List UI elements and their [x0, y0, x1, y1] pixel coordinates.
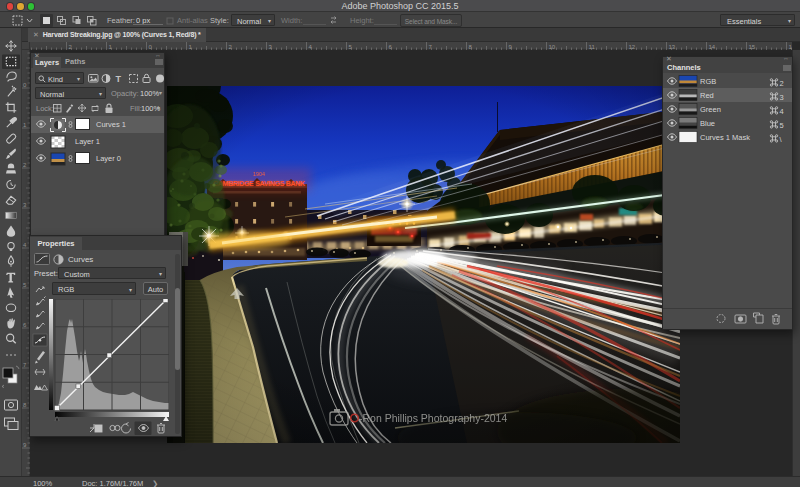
- svg-text:3: 3: [269, 44, 273, 50]
- svg-text:6: 6: [389, 44, 393, 50]
- svg-text:13: 13: [669, 44, 676, 50]
- svg-text:4: 4: [23, 242, 27, 248]
- svg-text:9: 9: [23, 442, 27, 448]
- svg-text:2: 2: [23, 162, 27, 168]
- svg-text:3: 3: [780, 93, 784, 102]
- svg-text:2: 2: [229, 44, 233, 50]
- svg-text:7: 7: [429, 44, 433, 50]
- svg-text:4: 4: [309, 44, 313, 50]
- svg-text:9: 9: [509, 44, 513, 50]
- svg-text:3: 3: [23, 202, 27, 208]
- svg-text:5: 5: [349, 44, 353, 50]
- svg-text:7: 7: [23, 362, 27, 368]
- svg-text:1: 1: [109, 44, 113, 50]
- svg-text:2: 2: [780, 79, 784, 88]
- svg-text:1: 1: [189, 44, 193, 50]
- svg-text:4: 4: [780, 107, 784, 116]
- svg-text:2: 2: [69, 44, 73, 50]
- svg-text:0: 0: [23, 82, 27, 88]
- svg-text:16: 16: [789, 44, 793, 50]
- svg-text:15: 15: [749, 44, 756, 50]
- svg-text:8: 8: [469, 44, 473, 50]
- svg-text:T: T: [116, 74, 122, 84]
- svg-text:8: 8: [23, 402, 27, 408]
- svg-text:6: 6: [23, 322, 27, 328]
- svg-text:11: 11: [589, 44, 596, 50]
- svg-text:5: 5: [23, 282, 27, 288]
- svg-text:5: 5: [780, 121, 784, 130]
- svg-text:\: \: [780, 135, 783, 144]
- svg-text:14: 14: [709, 44, 716, 50]
- svg-text:0: 0: [149, 44, 153, 50]
- svg-text:10: 10: [549, 44, 556, 50]
- svg-text:1: 1: [23, 122, 27, 128]
- svg-text:12: 12: [629, 44, 636, 50]
